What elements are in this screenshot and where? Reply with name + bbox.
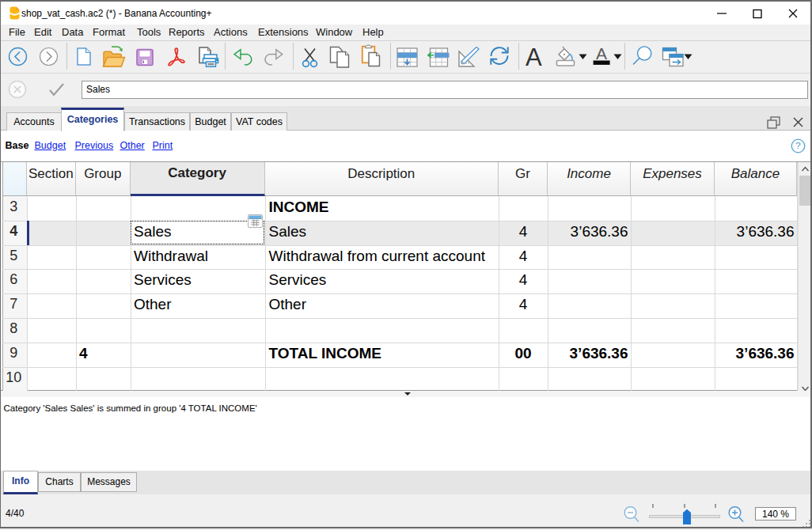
svg-text:A: A	[596, 44, 607, 62]
svg-text:?: ?	[795, 141, 800, 150]
